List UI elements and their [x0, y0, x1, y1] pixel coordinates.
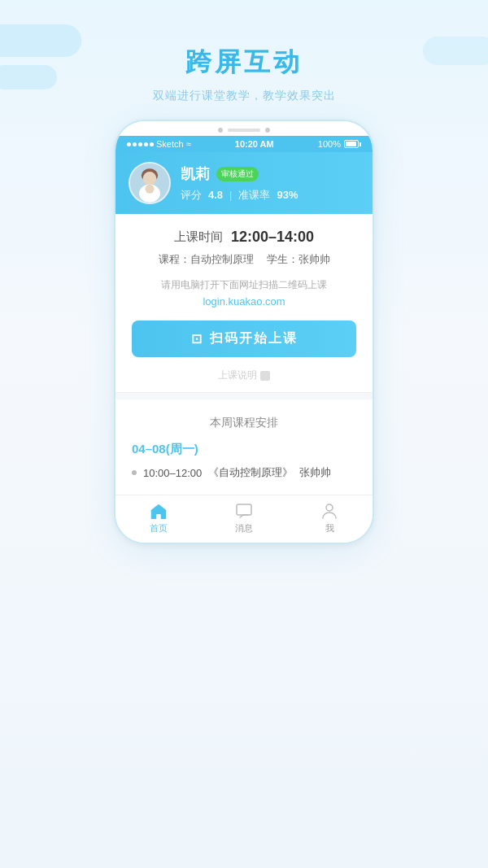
page-header: 跨屏互动 双端进行课堂教学，教学效果突出 — [0, 0, 488, 120]
nav-item-messages[interactable]: 消息 — [201, 502, 286, 534]
signal-dot-5 — [150, 142, 154, 146]
profile-stats: 评分 4.8 | 准课率 93% — [181, 188, 359, 203]
status-time: 10:20 AM — [235, 139, 274, 149]
schedule-student: 张帅帅 — [299, 465, 331, 480]
battery-tip — [359, 142, 361, 146]
qr-icon: ⊡ — [191, 331, 203, 347]
course-label: 课程：自动控制原理 — [159, 252, 254, 267]
message-icon — [234, 502, 254, 520]
avatar-image — [130, 162, 169, 203]
phone-line — [228, 129, 260, 132]
phone-dot-2 — [265, 128, 270, 133]
scan-hint: 请用电脑打开下面网址扫描二维码上课 — [132, 278, 356, 292]
status-right: 100% — [318, 139, 361, 149]
course-label-text: 课程： — [159, 253, 190, 265]
phone-top-bar — [115, 121, 373, 136]
battery-fill — [346, 142, 356, 146]
phone-dot — [218, 128, 223, 133]
nav-item-home[interactable]: 首页 — [115, 502, 201, 534]
profile-name-row: 凯莉 审核通过 — [181, 164, 359, 184]
nav-label-home: 首页 — [150, 522, 168, 534]
status-left: Sketch ≈ — [127, 139, 191, 149]
content-card: 上课时间 12:00–14:00 课程：自动控制原理 学生：张帅帅 请用电脑打开… — [115, 214, 373, 495]
svg-point-7 — [326, 504, 333, 511]
battery-percent: 100% — [318, 139, 341, 149]
avatar — [129, 162, 171, 204]
course-name: 自动控制原理 — [190, 253, 254, 265]
battery-icon — [344, 140, 361, 148]
signal-dots — [127, 142, 154, 146]
schedule-item: 10:00–12:00 《自动控制原理》 张帅帅 — [132, 462, 356, 483]
note-icon — [260, 371, 270, 381]
lesson-note: 上课说明 — [132, 369, 356, 382]
schedule-date: 04–08(周一) — [132, 442, 356, 457]
student-name: 张帅帅 — [298, 253, 330, 265]
rating-value: 4.8 — [208, 189, 223, 201]
verified-badge: 审核通过 — [216, 167, 259, 181]
student-label-text: 学生： — [267, 253, 298, 265]
class-info-row: 课程：自动控制原理 学生：张帅帅 — [132, 252, 356, 267]
svg-point-2 — [143, 172, 157, 185]
student-label: 学生：张帅帅 — [267, 252, 330, 267]
nav-label-profile: 我 — [325, 522, 334, 534]
home-icon — [149, 502, 168, 520]
stat-divider: | — [229, 189, 232, 201]
attendance-label: 准课率 — [238, 188, 270, 203]
schedule-dot — [132, 470, 137, 475]
nav-item-profile[interactable]: 我 — [287, 502, 373, 534]
battery-body — [344, 140, 359, 148]
phone-mockup: Sketch ≈ 10:20 AM 100% — [0, 120, 488, 544]
phone-frame: Sketch ≈ 10:20 AM 100% — [114, 120, 374, 544]
svg-point-4 — [145, 185, 154, 194]
signal-dot-1 — [127, 142, 131, 146]
class-time-section: 上课时间 12:00–14:00 课程：自动控制原理 学生：张帅帅 请用电脑打开… — [115, 214, 373, 393]
bottom-nav: 首页 消息 我 — [115, 495, 373, 543]
class-time-value: 12:00–14:00 — [231, 229, 314, 246]
class-time-label: 上课时间 — [174, 229, 223, 245]
scan-button-label: 扫码开始上课 — [210, 330, 298, 347]
scan-link[interactable]: login.kuakao.com — [132, 295, 356, 308]
signal-dot-3 — [138, 142, 142, 146]
scan-button[interactable]: ⊡ 扫码开始上课 — [132, 321, 356, 357]
page-title: 跨屏互动 — [0, 45, 488, 81]
signal-dot-4 — [144, 142, 148, 146]
carrier-name: Sketch — [156, 139, 184, 149]
svg-rect-5 — [157, 514, 160, 519]
person-icon — [320, 502, 339, 520]
page-subtitle: 双端进行课堂教学，教学效果突出 — [0, 89, 488, 103]
svg-rect-6 — [237, 504, 251, 515]
nav-label-messages: 消息 — [235, 522, 253, 534]
schedule-title: 本周课程安排 — [132, 411, 356, 430]
rating-label: 评分 — [181, 188, 202, 203]
attendance-value: 93% — [277, 189, 298, 201]
profile-section: 凯莉 审核通过 评分 4.8 | 准课率 93% — [115, 152, 373, 214]
status-bar: Sketch ≈ 10:20 AM 100% — [115, 136, 373, 152]
lesson-note-text: 上课说明 — [218, 369, 257, 382]
schedule-section: 本周课程安排 04–08(周一) 10:00–12:00 《自动控制原理》 张帅… — [115, 399, 373, 495]
profile-name: 凯莉 — [181, 164, 210, 184]
schedule-course: 《自动控制原理》 — [208, 465, 293, 480]
class-time-row: 上课时间 12:00–14:00 — [132, 229, 356, 246]
card-separator — [115, 393, 373, 399]
wifi-icon: ≈ — [186, 139, 191, 149]
profile-info: 凯莉 审核通过 评分 4.8 | 准课率 93% — [181, 164, 359, 203]
schedule-time: 10:00–12:00 — [143, 467, 202, 479]
signal-dot-2 — [133, 142, 137, 146]
